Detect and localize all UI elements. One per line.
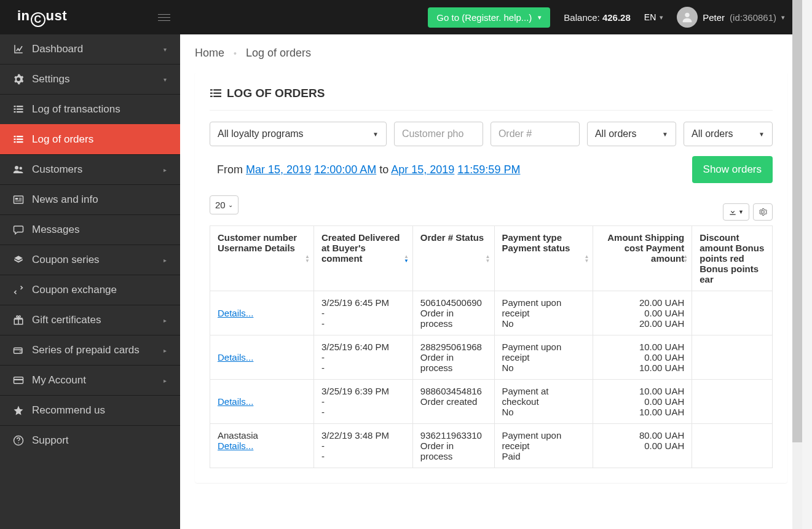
gear-icon [12,73,25,85]
sidebar-item-label: Coupon series [32,254,100,266]
settings-button[interactable] [753,203,773,221]
exchange-icon [12,284,25,296]
col-payment[interactable]: Payment type Payment status ▲▼ [494,226,593,291]
sidebar-item-label: Coupon exchange [32,284,117,296]
svg-rect-3 [14,109,16,110]
user-menu[interactable]: Peter (id:360861) ▾ [677,7,785,28]
sidebar: Dashboard▾Settings▾Log of transactionsLo… [0,34,180,529]
download-icon [728,208,737,216]
chevron-right-icon: ▸ [164,377,167,384]
sidebar-item-label: Log of transactions [32,103,120,116]
svg-rect-5 [14,111,16,112]
details-link[interactable]: Details... [218,396,306,407]
sidebar-item-gift-certificates[interactable]: Gift certificates▸ [0,305,180,335]
filters-row: All loyalty programs▼ Customer pho Order… [210,122,773,146]
svg-rect-1 [14,106,16,107]
to-date-link[interactable]: Apr 15, 2019 [391,163,454,176]
chevron-down-icon: ▾ [164,46,167,53]
list-icon [12,103,25,116]
scrollbar-thumb[interactable] [792,0,802,442]
help-icon [12,434,25,447]
col-discount[interactable]: Discount amount Bonus points red Bonus p… [692,226,773,291]
scrollbar[interactable] [792,0,802,529]
card-icon [12,374,25,386]
sidebar-item-dashboard[interactable]: Dashboard▾ [0,34,180,64]
sidebar-item-settings[interactable]: Settings▾ [0,64,180,94]
pagesize-select[interactable]: 20⌄ [210,195,238,214]
svg-point-13 [15,166,18,170]
table-row: Details...3/25/19 6:45 PM--506104500690O… [210,291,773,335]
chevron-down-icon: ▾ [781,14,785,22]
svg-rect-2 [17,106,23,107]
to-time-link[interactable]: 11:59:59 PM [457,163,520,176]
sidebar-item-label: Gift certificates [32,314,101,326]
from-date-link[interactable]: Mar 15, 2019 [246,163,311,176]
chevron-down-icon: ▾ [660,14,663,22]
svg-rect-33 [210,96,213,97]
sidebar-item-support[interactable]: Support [0,425,180,455]
sidebar-item-my-account[interactable]: My Account▸ [0,365,180,395]
svg-rect-7 [14,136,16,137]
caret-down-icon: ▼ [372,131,379,138]
sidebar-item-series-of-prepaid-cards[interactable]: Series of prepaid cards▸ [0,335,180,365]
chevron-right-icon: ▸ [164,167,167,173]
topbar: inCust Go to (Register. help...) ▾ Balan… [0,0,802,34]
sidebar-item-customers[interactable]: Customers▸ [0,154,180,184]
chevron-down-icon: ▾ [538,14,542,22]
sidebar-item-recommend-us[interactable]: Recommend us [0,395,180,425]
loyalty-select[interactable]: All loyalty programs▼ [210,122,387,146]
goto-dropdown[interactable]: Go to (Register. help...) ▾ [428,7,550,28]
sidebar-item-coupon-exchange[interactable]: Coupon exchange [0,275,180,305]
details-link[interactable]: Details... [218,352,306,362]
chart-icon [12,43,25,55]
details-link[interactable]: Details... [218,308,306,318]
main-content: Home • Log of orders LOG OF ORDERS All l… [180,34,802,529]
orders-table: Customer number Username Details ▲▼ Crea… [210,225,773,468]
svg-rect-8 [17,136,23,137]
users-icon [12,163,25,176]
goto-label: Go to (Register. help...) [436,12,532,23]
breadcrumb: Home • Log of orders [195,47,787,60]
caret-down-icon: ▼ [738,209,744,215]
orders-filter-2[interactable]: All orders▼ [684,122,773,146]
sidebar-item-label: Series of prepaid cards [32,344,140,356]
svg-rect-16 [15,198,18,200]
sidebar-item-coupon-series[interactable]: Coupon series▸ [0,245,180,275]
col-amount[interactable]: Amount Shipping cost Payment amount ▲▼ [593,226,692,291]
sidebar-item-label: Customers [32,163,82,176]
sidebar-item-log-of-transactions[interactable]: Log of transactions [0,94,180,124]
breadcrumb-home[interactable]: Home [195,47,224,59]
svg-rect-6 [17,111,23,112]
sidebar-item-label: Settings [32,73,69,85]
hamburger-icon[interactable] [156,12,180,23]
gift-icon [12,314,25,326]
details-link[interactable]: Details... [218,441,306,451]
order-number-input[interactable]: Order # [491,122,580,146]
sidebar-item-label: My Account [32,374,86,386]
orders-filter-1[interactable]: All orders▼ [587,122,676,146]
col-customer[interactable]: Customer number Username Details ▲▼ [210,226,314,291]
sidebar-item-label: Support [32,434,69,447]
sidebar-item-log-of-orders[interactable]: Log of orders [0,124,180,154]
chat-icon [12,224,25,236]
sidebar-item-news-and-info[interactable]: News and info [0,184,180,214]
from-time-link[interactable]: 12:00:00 AM [314,163,376,176]
customer-phone-input[interactable]: Customer pho [394,122,483,146]
svg-rect-31 [210,93,213,94]
language-selector[interactable]: EN ▾ [644,12,663,22]
col-order[interactable]: Order # Status ▲▼ [412,226,494,291]
svg-point-24 [20,351,22,353]
show-orders-button[interactable]: Show orders [692,156,773,183]
col-created[interactable]: Created Delivered at Buyer's comment ▲▼ [313,226,412,291]
list-icon [12,133,25,146]
sidebar-item-messages[interactable]: Messages [0,214,180,245]
chevron-down-icon: ▾ [164,76,167,83]
svg-rect-19 [15,201,22,202]
download-button[interactable]: ▼ [723,203,749,221]
svg-rect-34 [213,96,221,97]
gear-icon [759,208,767,216]
chevron-right-icon: ▸ [164,257,167,264]
logo: inCust [0,8,156,27]
balance-display: Balance: 426.28 [564,12,630,23]
svg-rect-12 [17,141,23,143]
